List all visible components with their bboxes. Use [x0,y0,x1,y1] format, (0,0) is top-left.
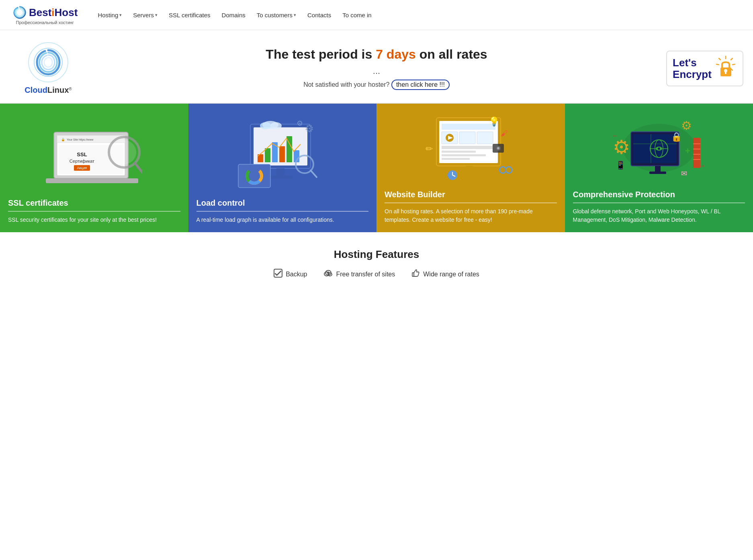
letsencrypt-logo: Let's Encrypt [673,51,737,86]
load-illustration: ⚙ ⚙ [196,112,369,198]
svg-rect-81 [649,172,666,174]
svg-text:📱: 📱 [616,160,626,170]
cloudlinux-label: CloudLinux® [25,86,72,95]
hero-dots: ... [80,66,673,76]
svg-rect-9 [725,72,726,74]
svg-point-67 [499,167,506,173]
builder-card-image: 💡 ✏ 🖌 [422,116,519,186]
svg-rect-80 [655,166,661,172]
card-builder: 💡 ✏ 🖌 Website Builder On all hosting rat… [376,104,565,232]
ssl-card-image: 🔒 Your Site https://www SSL Сертификат А… [46,120,142,190]
svg-line-44 [311,170,317,177]
builder-card-title: Website Builder [385,190,557,203]
svg-rect-26 [276,168,284,176]
load-card-desc: A real-time load graph is available for … [196,216,369,224]
backup-label: Backup [286,271,307,278]
builder-card-desc: On all hosting rates. A selection of mor… [385,207,557,224]
svg-point-68 [505,167,512,173]
svg-rect-53 [442,146,493,149]
svg-text:⚙: ⚙ [681,119,692,132]
svg-rect-56 [442,158,470,160]
svg-rect-20 [46,178,138,183]
svg-point-22 [112,140,136,164]
nav-contacts[interactable]: Contacts [303,9,335,21]
letsencrypt-box: Let's Encrypt [666,51,743,86]
svg-text:+: + [685,146,690,156]
hero-center: The test period is 7 days on all rates .… [80,47,673,90]
svg-rect-100 [412,273,414,276]
svg-text:⚙: ⚙ [297,120,303,127]
load-card-image: ⚙ ⚙ [234,120,331,190]
svg-text:⚙: ⚙ [305,123,314,135]
svg-line-2 [731,58,733,60]
protection-illustration: ⚙ ⚙ 🔒 📱 ✉ + ← → [573,112,745,190]
logo[interactable]: BestiHost Профессиональный хостинг [12,5,78,25]
cloudlinux-circle [28,42,68,82]
svg-text:Сертификат: Сертификат [70,159,94,164]
svg-rect-27 [268,176,293,179]
svg-point-64 [497,147,499,149]
protection-card-title: Comprehensive Protection [573,190,745,203]
protection-card-desc: Global defense network, Port and Web Hon… [573,207,745,224]
cloud-upload-icon [323,269,333,279]
hero-subtitle: Not satisfied with your hoster? then cli… [80,80,673,90]
cloudlinux-logo: CloudLinux® [16,42,80,95]
hosting-chevron-icon: ▾ [119,12,122,18]
svg-text:Акция: Акция [77,166,87,170]
svg-rect-48 [458,172,481,175]
svg-text:SSL: SSL [77,151,87,157]
svg-text:💡: 💡 [489,116,500,127]
svg-rect-52 [477,132,493,144]
nav-login[interactable]: To come in [338,9,376,21]
svg-text:✏: ✏ [426,144,433,154]
nav-links: Hosting ▾ Servers ▾ SSL certificates Dom… [94,9,741,21]
card-protection: ⚙ ⚙ 🔒 📱 ✉ + ← → Comprehensi [565,104,753,232]
logo-text-host: Host [55,6,78,19]
svg-text:🔒: 🔒 [671,131,682,142]
svg-point-79 [658,147,660,150]
svg-rect-49 [442,124,495,130]
servers-chevron-icon: ▾ [155,12,158,18]
svg-rect-55 [442,154,486,156]
transfer-label: Free transfer of sites [336,271,395,278]
click-here-link[interactable]: then click here !!! [391,80,450,90]
svg-text:Your Site  https://www: Your Site https://www [67,138,94,141]
svg-text:✉: ✉ [681,170,687,178]
card-load: ⚙ ⚙ Load control A real-time load graph … [188,104,377,232]
rates-label: Wide range of rates [423,271,479,278]
svg-line-3 [733,64,735,65]
load-card-title: Load control [196,198,369,212]
feature-rates: Wide range of rates [411,269,479,280]
features-title: Hosting Features [8,248,745,261]
logo-swirl-icon [12,5,27,20]
svg-point-40 [270,122,282,129]
checkbox-icon [274,269,282,280]
svg-line-23 [135,163,142,172]
svg-rect-51 [459,132,475,144]
logo-subtitle: Профессиональный хостинг [16,20,74,25]
svg-text:⚙: ⚙ [613,137,630,158]
features-list: Backup Free transfer of sites [8,269,745,280]
feature-cards: 🔒 Your Site https://www SSL Сертификат А… [0,104,753,232]
ssl-illustration: 🔒 Your Site https://www SSL Сертификат А… [8,112,180,198]
svg-rect-31 [279,146,285,162]
svg-point-39 [260,122,271,129]
svg-line-5 [719,58,720,60]
nav-servers[interactable]: Servers ▾ [129,9,162,21]
svg-line-6 [716,64,719,65]
feature-backup: Backup [274,269,307,280]
nav-ssl[interactable]: SSL certificates [165,9,215,21]
svg-text:→: → [699,162,706,169]
builder-illustration: 💡 ✏ 🖌 [385,112,557,190]
svg-rect-29 [265,148,270,162]
svg-rect-54 [442,151,476,153]
nav-hosting[interactable]: Hosting ▾ [94,9,126,21]
thumbs-up-icon [411,269,420,280]
card-ssl: 🔒 Your Site https://www SSL Сертификат А… [0,104,188,232]
nav-domains[interactable]: Domains [218,9,250,21]
svg-text:🖌: 🖌 [501,129,508,137]
logo-text-best: Best [29,6,51,19]
navbar: BestiHost Профессиональный хостинг Hosti… [0,0,753,30]
logo-text-i: i [51,6,54,19]
nav-customers[interactable]: To customers ▾ [253,9,300,21]
